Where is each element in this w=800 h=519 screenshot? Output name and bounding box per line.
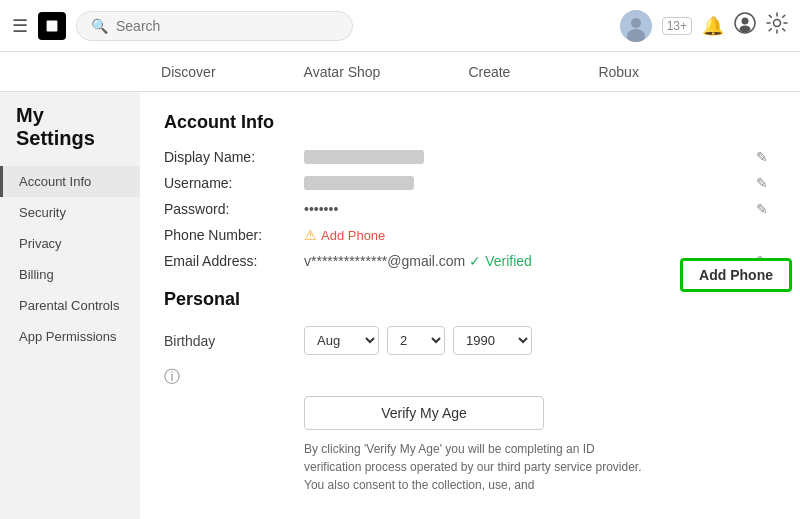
add-phone-link[interactable]: Add Phone	[321, 228, 385, 243]
edit-display-name-icon[interactable]: ✎	[756, 149, 768, 165]
age-badge: 13+	[662, 17, 692, 35]
birthday-label: Birthday	[164, 333, 304, 349]
avatar-area: 13+ 🔔	[620, 10, 788, 42]
username-row: Username: ✎	[164, 175, 776, 191]
top-bar: ☰ 🔍 13+ 🔔	[0, 0, 800, 52]
personal-section: Personal Birthday Aug JanFebMar AprMayJu…	[164, 289, 776, 494]
avatar[interactable]	[620, 10, 652, 42]
sidebar-item-parental-controls[interactable]: Parental Controls	[0, 290, 140, 321]
sidebar-item-privacy[interactable]: Privacy	[0, 228, 140, 259]
display-name-row: Display Name: ✎	[164, 149, 776, 165]
username-value	[304, 176, 414, 190]
verified-badge: ✓ Verified	[469, 253, 532, 269]
nav-discover[interactable]: Discover	[157, 56, 219, 88]
content-area: Account Info Display Name: ✎ Username: ✎…	[140, 92, 800, 519]
page-title: My Settings	[0, 104, 140, 166]
nav-robux[interactable]: Robux	[594, 56, 642, 88]
search-icon: 🔍	[91, 18, 108, 34]
sidebar-item-app-permissions[interactable]: App Permissions	[0, 321, 140, 352]
roblox-logo	[38, 12, 66, 40]
svg-point-2	[631, 18, 641, 28]
password-row: Password: ••••••• ✎	[164, 201, 776, 217]
notification-icon[interactable]: 🔔	[702, 15, 724, 37]
birthday-year-select[interactable]: 1990 198519861987 198819891991	[453, 326, 532, 355]
personal-title: Personal	[164, 289, 776, 310]
birthday-month-select[interactable]: Aug JanFebMar AprMayJun JulSepOct NovDec	[304, 326, 379, 355]
hamburger-icon[interactable]: ☰	[12, 15, 28, 37]
edit-username-icon[interactable]: ✎	[756, 175, 768, 191]
add-phone-button-container: Add Phone	[680, 258, 792, 292]
sidebar: My Settings Account Info Security Privac…	[0, 92, 140, 519]
svg-point-7	[774, 20, 781, 27]
email-value: v**************@gmail.com	[304, 253, 465, 269]
sidebar-item-account-info[interactable]: Account Info	[0, 166, 140, 197]
nav-create[interactable]: Create	[464, 56, 514, 88]
svg-point-5	[742, 18, 749, 25]
avatar-icon[interactable]	[734, 12, 756, 39]
password-value: •••••••	[304, 201, 338, 217]
svg-rect-0	[47, 20, 58, 31]
sidebar-item-security[interactable]: Security	[0, 197, 140, 228]
display-name-label: Display Name:	[164, 149, 304, 165]
display-name-value	[304, 150, 424, 164]
nav-avatar-shop[interactable]: Avatar Shop	[300, 56, 385, 88]
account-info-title: Account Info	[164, 112, 776, 133]
help-icon[interactable]: ⓘ	[164, 367, 776, 388]
verify-disclaimer: By clicking 'Verify My Age' you will be …	[304, 440, 644, 494]
phone-label: Phone Number:	[164, 227, 304, 243]
birthday-selects: Aug JanFebMar AprMayJun JulSepOct NovDec…	[304, 326, 532, 355]
sidebar-item-billing[interactable]: Billing	[0, 259, 140, 290]
birthday-day-select[interactable]: 2 1345	[387, 326, 445, 355]
settings-icon[interactable]	[766, 12, 788, 39]
search-input[interactable]	[116, 18, 338, 34]
search-bar[interactable]: 🔍	[76, 11, 353, 41]
verify-age-button[interactable]: Verify My Age	[304, 396, 544, 430]
phone-number-row: Phone Number: ⚠ Add Phone	[164, 227, 776, 243]
email-label: Email Address:	[164, 253, 304, 269]
secondary-nav: Discover Avatar Shop Create Robux	[0, 52, 800, 92]
birthday-row: Birthday Aug JanFebMar AprMayJun JulSepO…	[164, 326, 776, 355]
main-layout: My Settings Account Info Security Privac…	[0, 92, 800, 519]
edit-password-icon[interactable]: ✎	[756, 201, 768, 217]
svg-point-6	[740, 26, 751, 33]
add-phone-button[interactable]: Add Phone	[680, 258, 792, 292]
password-label: Password:	[164, 201, 304, 217]
username-label: Username:	[164, 175, 304, 191]
phone-warning-icon: ⚠	[304, 227, 317, 243]
